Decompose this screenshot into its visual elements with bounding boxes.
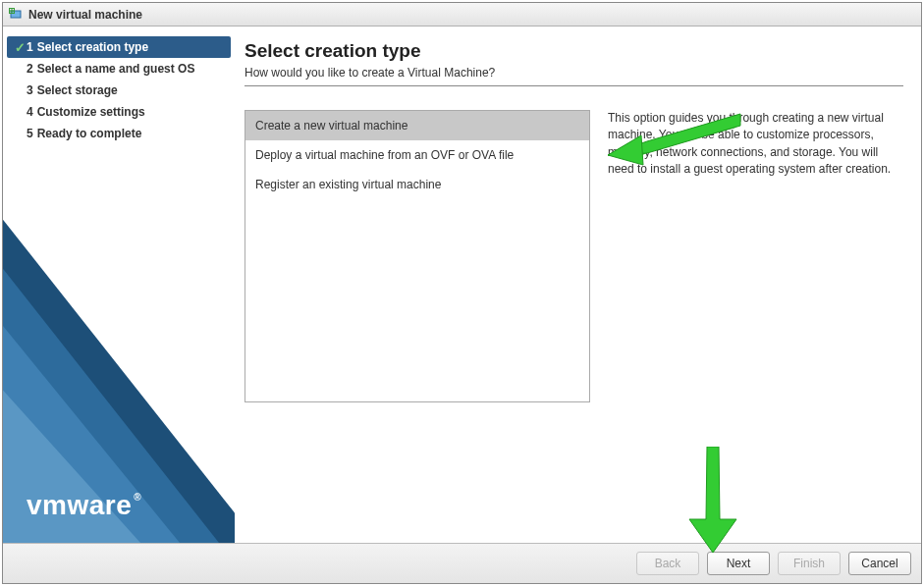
option-register-existing[interactable]: Register an existing virtual machine [245, 170, 589, 199]
creation-type-list: Create a new virtual machine Deploy a vi… [245, 110, 590, 402]
finish-button: Finish [778, 552, 841, 575]
wizard-main: Select creation type How would you like … [235, 27, 921, 543]
divider [245, 85, 903, 86]
option-deploy-ovf[interactable]: Deploy a virtual machine from an OVF or … [245, 140, 589, 170]
page-title: Select creation type [245, 40, 903, 62]
step-5[interactable]: 5 Ready to complete [3, 123, 235, 144]
option-create-new[interactable]: Create a new virtual machine [245, 111, 589, 140]
vm-icon [9, 8, 23, 22]
step-label: Select creation type [37, 40, 148, 54]
step-4[interactable]: 4 Customize settings [3, 101, 235, 123]
page-subtitle: How would you like to create a Virtual M… [245, 66, 903, 80]
next-button[interactable]: Next [707, 552, 770, 575]
content-area: ✓ 1 Select creation type 2 Select a name… [3, 27, 921, 544]
step-label: Ready to complete [37, 127, 142, 140]
wizard-steps: ✓ 1 Select creation type 2 Select a name… [3, 27, 235, 144]
wizard-sidebar: ✓ 1 Select creation type 2 Select a name… [3, 27, 235, 543]
step-label: Customize settings [37, 105, 145, 119]
titlebar: New virtual machine [3, 3, 921, 27]
dialog-new-vm: New virtual machine ✓ 1 Select creation … [2, 2, 922, 584]
dialog-title: New virtual machine [28, 8, 142, 22]
dialog-footer: Back Next Finish Cancel [3, 544, 921, 583]
check-icon: ✓ [13, 40, 27, 55]
back-button: Back [636, 552, 699, 575]
sidebar-artwork [3, 131, 235, 543]
svg-marker-4 [3, 170, 235, 543]
cancel-button[interactable]: Cancel [848, 552, 911, 575]
vmware-logo: vmware® [27, 490, 139, 521]
step-label: Select a name and guest OS [37, 62, 195, 76]
step-2[interactable]: 2 Select a name and guest OS [3, 58, 235, 80]
step-label: Select storage [37, 83, 118, 97]
main-row: Create a new virtual machine Deploy a vi… [245, 110, 903, 402]
step-3[interactable]: 3 Select storage [3, 80, 235, 101]
step-1[interactable]: ✓ 1 Select creation type [7, 36, 231, 58]
option-description: This option guides you through creating … [608, 110, 903, 179]
